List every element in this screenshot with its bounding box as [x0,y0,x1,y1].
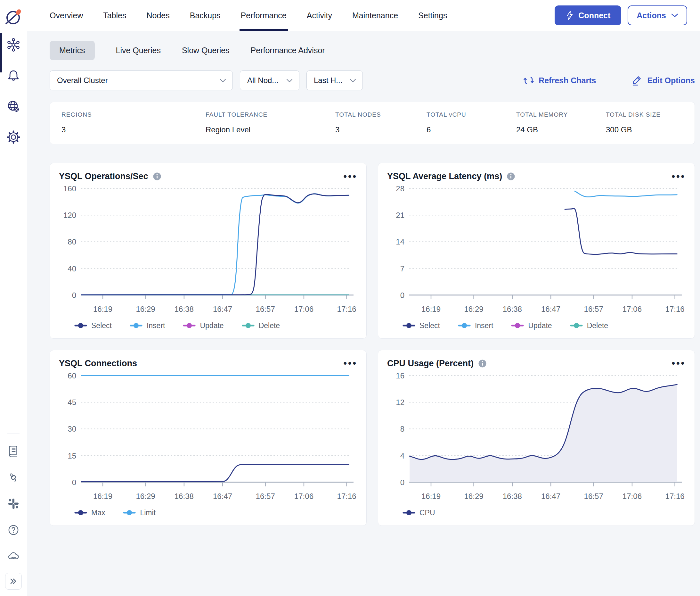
connect-button[interactable]: Connect [554,5,621,25]
svg-text:0: 0 [400,291,405,300]
cluster-hub-icon[interactable] [4,35,23,54]
chart-card-ysql-operations: YSQL Operations/Sec ••• 0408012016016:19… [50,163,367,339]
legend-marker [403,510,415,516]
legend-item-insert[interactable]: Insert [130,321,165,330]
chart-legend: CPU [403,508,685,517]
svg-text:16:19: 16:19 [93,492,112,500]
refresh-charts-button[interactable]: Refresh Charts [523,75,596,86]
subtab-performance-advisor[interactable]: Performance Advisor [251,41,325,60]
edit-options-button[interactable]: Edit Options [631,75,695,86]
time-range-select[interactable]: Last H... [307,71,363,90]
docs-book-icon[interactable] [4,442,23,461]
yugabyte-logo[interactable] [3,3,23,31]
chevron-down-icon [671,13,678,18]
svg-text:60: 60 [68,371,76,380]
stat-total-nodes: TOTAL NODES 3 [335,111,426,134]
tab-settings[interactable]: Settings [418,0,447,31]
svg-text:16:19: 16:19 [421,492,441,500]
legend-item-update[interactable]: Update [183,321,224,330]
chart-legend: Select Insert Update Delete [74,321,357,330]
legend-item-max[interactable]: Max [74,508,105,517]
subtab-slow-queries[interactable]: Slow Queries [182,41,230,60]
svg-text:17:16: 17:16 [666,305,684,314]
ysql-latency-chart: 0714212816:1916:2916:3816:4716:5717:0617… [387,183,685,321]
subtab-live-queries[interactable]: Live Queries [116,41,161,60]
chart-menu-button[interactable]: ••• [672,173,685,180]
chart-menu-button[interactable]: ••• [343,360,357,367]
cluster-select[interactable]: Overall Cluster [50,71,233,90]
performance-subtabs: Metrics Live Queries Slow Queries Perfor… [50,41,695,60]
legend-marker [458,322,471,329]
svg-text:16:47: 16:47 [541,305,561,314]
actions-button[interactable]: Actions [628,5,687,25]
subtab-metrics[interactable]: Metrics [50,41,95,60]
legend-item-limit[interactable]: Limit [123,508,156,517]
svg-text:40: 40 [68,264,76,273]
chart-menu-button[interactable]: ••• [343,173,357,180]
info-icon[interactable] [507,172,515,181]
svg-text:0: 0 [72,291,76,300]
svg-text:17:16: 17:16 [337,305,356,314]
svg-text:160: 160 [63,184,76,193]
chart-menu-button[interactable]: ••• [672,360,685,367]
svg-text:16:38: 16:38 [503,492,522,500]
tab-nodes[interactable]: Nodes [146,0,170,31]
svg-text:16:19: 16:19 [421,305,441,314]
help-icon[interactable] [4,520,23,540]
svg-text:16:47: 16:47 [213,492,232,500]
tab-overview[interactable]: Overview [50,0,83,31]
chevron-down-icon [286,78,293,83]
svg-text:16:29: 16:29 [136,492,155,500]
svg-text:16:19: 16:19 [93,305,112,314]
tab-performance[interactable]: Performance [241,0,287,31]
tab-maintenance[interactable]: Maintenance [352,0,398,31]
legend-marker [74,510,87,516]
stat-value: 3 [61,125,206,134]
lightning-icon [566,10,574,20]
integrations-plug-icon[interactable] [4,468,23,487]
connect-label: Connect [578,11,610,20]
svg-text:15: 15 [68,451,76,460]
stat-value: 24 GB [516,125,606,134]
stat-fault-tolerance: FAULT TOLERANCE Region Level [206,111,335,134]
legend-item-cpu[interactable]: CPU [403,508,435,517]
nav-tabs: Overview Tables Nodes Backups Performanc… [50,0,447,31]
legend-item-select[interactable]: Select [403,321,440,330]
sidebar-bottom-group [4,433,23,596]
notifications-bell-icon[interactable] [4,66,23,85]
svg-text:28: 28 [396,184,405,193]
cloud-status-icon[interactable] [4,547,23,566]
info-icon[interactable] [153,172,161,181]
svg-text:80: 80 [68,238,76,246]
legend-marker [511,322,524,329]
tab-backups[interactable]: Backups [190,0,221,31]
stat-label: FAULT TOLERANCE [206,111,335,118]
legend-item-insert[interactable]: Insert [458,321,493,330]
chart-title: YSQL Operations/Sec [59,171,148,181]
svg-text:16:38: 16:38 [175,305,194,314]
legend-item-delete[interactable]: Delete [242,321,280,330]
svg-text:8: 8 [400,425,405,433]
info-icon[interactable] [478,359,487,368]
tab-tables[interactable]: Tables [103,0,126,31]
legend-item-delete[interactable]: Delete [570,321,608,330]
svg-text:7: 7 [400,264,405,273]
refresh-icon [523,75,534,86]
expand-sidebar-button[interactable] [5,573,22,590]
nodes-select[interactable]: All Nod... [240,71,300,90]
refresh-charts-label: Refresh Charts [539,76,596,85]
region-globe-icon[interactable] [4,97,23,116]
settings-gear-icon[interactable] [4,127,23,147]
svg-text:17:06: 17:06 [623,305,642,314]
tab-activity[interactable]: Activity [307,0,332,31]
charts-grid: YSQL Operations/Sec ••• 0408012016016:19… [50,163,695,526]
chart-card-ysql-latency: YSQL Average Latency (ms) ••• 0714212816… [378,163,695,339]
legend-item-update[interactable]: Update [511,321,552,330]
stat-label: REGIONS [61,111,206,118]
slack-icon[interactable] [4,494,23,513]
svg-text:21: 21 [396,211,405,220]
svg-text:17:16: 17:16 [337,492,356,500]
legend-item-select[interactable]: Select [74,321,112,330]
chart-title: YSQL Average Latency (ms) [387,171,502,181]
svg-text:16:57: 16:57 [256,492,275,500]
